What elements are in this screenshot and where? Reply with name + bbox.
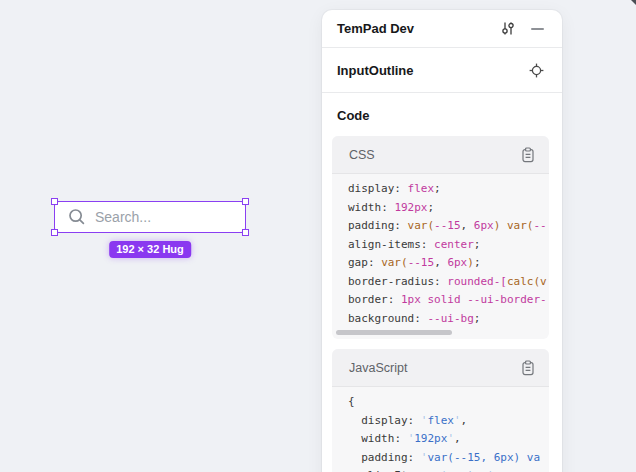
magnifier-icon [68,208,86,226]
code-section: Code CSS display: flex;width: 192px;padd… [322,93,562,472]
selection-handle-bottom-right[interactable] [242,229,249,236]
component-name: InputOutline [337,63,529,78]
tempad-dev-panel: TemPad Dev InputOutline [322,10,562,472]
code-line: width: '192px', [348,430,549,449]
crosshair-target-icon[interactable] [529,63,544,78]
code-line: border-radius: rounded-[calc(v [348,273,549,292]
panel-header: TemPad Dev [322,10,562,48]
sliders-icon[interactable] [501,21,515,36]
css-card-label: CSS [349,148,521,162]
search-input-component[interactable]: Search... [54,201,246,233]
code-line: align-items: center; [348,236,549,255]
cursor-fragment [631,0,636,5]
search-placeholder-text: Search... [95,209,151,225]
selection-handle-top-right[interactable] [242,198,249,205]
js-code-card: JavaScript { display: 'flex', width: '19… [332,349,549,472]
js-card-header: JavaScript [332,349,549,387]
code-line: padding: var(--15, 6px) var(-- [348,217,549,236]
css-card-header: CSS [332,136,549,174]
js-code-body[interactable]: { display: 'flex', width: '192px', paddi… [332,387,549,472]
code-line: width: 192px; [348,199,549,218]
size-badge: 192 × 32 Hug [109,241,191,258]
code-section-title: Code [337,108,562,123]
code-line: gap: var(--15, 6px); [348,254,549,273]
clipboard-icon[interactable] [521,147,535,163]
css-code-card: CSS display: flex;width: 192px;padding: … [332,136,549,339]
selection-handle-top-left[interactable] [51,198,58,205]
code-line: background: --ui-bg; [348,310,549,329]
clipboard-icon[interactable] [521,360,535,376]
selection-handle-bottom-left[interactable] [51,229,58,236]
minimize-icon[interactable] [531,28,544,30]
css-code-body[interactable]: display: flex;width: 192px;padding: var(… [332,174,549,339]
code-line: border: 1px solid --ui-border- [348,291,549,310]
code-line: { [348,393,549,412]
js-card-label: JavaScript [349,361,521,375]
horizontal-scrollbar[interactable] [336,330,452,335]
component-row: InputOutline [322,48,562,93]
code-line: padding: 'var(--15, 6px) va [348,449,549,468]
code-line: alignItems: 'center', [348,467,549,472]
code-line: display: flex; [348,180,549,199]
panel-title: TemPad Dev [337,21,501,36]
code-line: display: 'flex', [348,412,549,431]
